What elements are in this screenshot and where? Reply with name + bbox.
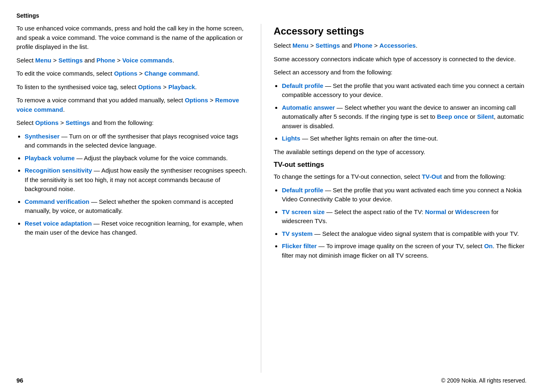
right-column: Accessory settings Select Menu > Setting… [261, 24, 527, 373]
silent-link: Silent [477, 113, 494, 120]
tvout-para: To change the settings for a TV-out conn… [274, 172, 527, 182]
list-item: Command verification — Select whether th… [25, 197, 248, 216]
change-command-link[interactable]: Change command [144, 70, 198, 77]
on-link: On [484, 242, 493, 249]
section-header: Settings [16, 12, 527, 19]
beep-once-link: Beep once [437, 113, 468, 120]
left-column: To use enhanced voice commands, press an… [16, 24, 261, 373]
period1: . [173, 57, 174, 64]
synthesiser-term: Synthesiser [25, 133, 60, 140]
separator1: > [51, 57, 58, 64]
accessory-select-para: Select Menu > Settings and Phone > Acces… [274, 41, 527, 51]
copyright-text: © 2009 Nokia. All rights reserved. [441, 377, 527, 384]
select-options-para: Select Options > Settings and from the f… [16, 118, 248, 128]
options-link-1[interactable]: Options [114, 70, 138, 77]
or-separator: or [468, 113, 477, 120]
left-bullet-list: Synthesiser — Turn on or off the synthes… [25, 132, 248, 238]
list-item: TV screen size — Select the aspect ratio… [282, 208, 527, 226]
accessories-link[interactable]: Accessories [380, 42, 416, 49]
settings-link-2[interactable]: Settings [66, 119, 90, 126]
page-number: 96 [16, 377, 23, 384]
footer: 96 © 2009 Nokia. All rights reserved. [16, 373, 527, 384]
acc-phone-link[interactable]: Phone [354, 42, 373, 49]
tv-system-desc: — Select the analogue video signal syste… [313, 230, 519, 237]
lights-desc: — Set whether lights remain on after the… [300, 135, 438, 142]
list-item: Default profile — Set the profile that y… [282, 186, 527, 204]
acc-available-para: The available settings depend on the typ… [274, 148, 527, 157]
edit-para: To edit the voice commands, select Optio… [16, 69, 248, 78]
list-item: Lights — Set whether lights remain on af… [282, 134, 527, 143]
tv-system-term: TV system [282, 230, 313, 237]
acc-menu-link[interactable]: Menu [292, 42, 308, 49]
and1: and [83, 57, 96, 64]
tvout-default-profile-term: Default profile [282, 187, 323, 194]
settings-link[interactable]: Settings [58, 57, 83, 64]
flicker-filter-term: Flicker filter [282, 242, 317, 249]
list-item: Default profile — Set the profile that y… [282, 81, 527, 100]
remove-para: To remove a voice command that you added… [16, 96, 248, 114]
content-area: To use enhanced voice commands, press an… [16, 24, 527, 373]
separator2: > [115, 57, 122, 64]
listen-para: To listen to the synthesised voice tag, … [16, 83, 248, 92]
tv-screen-size-desc: — Select the aspect ratio of the TV: [324, 208, 425, 215]
playback-volume-desc: — Adjust the playback volume for the voi… [75, 154, 228, 161]
options-link-2[interactable]: Options [138, 83, 161, 90]
menu-link[interactable]: Menu [35, 57, 51, 64]
acc-bullet-list: Default profile — Set the profile that y… [282, 81, 527, 143]
acc-select-para: Select an accessory and from the followi… [274, 68, 527, 77]
accessory-settings-heading: Accessory settings [274, 25, 527, 37]
phone-link[interactable]: Phone [97, 57, 115, 64]
list-item: Playback volume — Adjust the playback vo… [25, 154, 248, 163]
playback-link[interactable]: Playback [168, 83, 195, 90]
flicker-filter-desc: — To improve image quality on the screen… [317, 242, 484, 249]
list-item: Automatic answer — Select whether you wa… [282, 103, 527, 131]
acc-settings-link[interactable]: Settings [315, 42, 340, 49]
reset-voice-term: Reset voice adaptation [25, 220, 92, 227]
widescreen-link: Widescreen [455, 208, 490, 215]
tv-screen-size-term: TV screen size [282, 208, 324, 215]
voice-commands-link[interactable]: Voice commands [122, 57, 173, 64]
recognition-sensitivity-term: Recognition sensitivity [25, 167, 92, 174]
options-link-3[interactable]: Options [185, 97, 208, 104]
lights-term: Lights [282, 135, 300, 142]
list-item: TV system — Select the analogue video si… [282, 229, 527, 239]
default-profile-term: Default profile [282, 82, 323, 89]
acc-connectors-para: Some accessory connectors indicate which… [274, 55, 527, 64]
automatic-answer-term: Automatic answer [282, 104, 335, 111]
playback-volume-term: Playback volume [25, 154, 75, 161]
list-item: Recognition sensitivity — Adjust how eas… [25, 166, 248, 194]
command-verification-term: Command verification [25, 198, 90, 205]
tvout-settings-heading: TV-out settings [274, 161, 527, 169]
or-sep2: or [446, 208, 455, 215]
intro-para: To use enhanced voice commands, press an… [16, 24, 248, 52]
list-item: Synthesiser — Turn on or off the synthes… [25, 132, 248, 150]
list-item: Reset voice adaptation — Reset voice rec… [25, 219, 248, 238]
list-item: Flicker filter — To improve image qualit… [282, 242, 527, 260]
select-menu-para: Select Menu > Settings and Phone > Voice… [16, 56, 248, 65]
tvout-link[interactable]: TV-Out [422, 173, 442, 180]
options-link-4[interactable]: Options [35, 119, 59, 126]
page: Settings To use enhanced voice commands,… [0, 0, 543, 392]
normal-link: Normal [425, 208, 446, 215]
tvout-bullet-list: Default profile — Set the profile that y… [282, 186, 527, 261]
